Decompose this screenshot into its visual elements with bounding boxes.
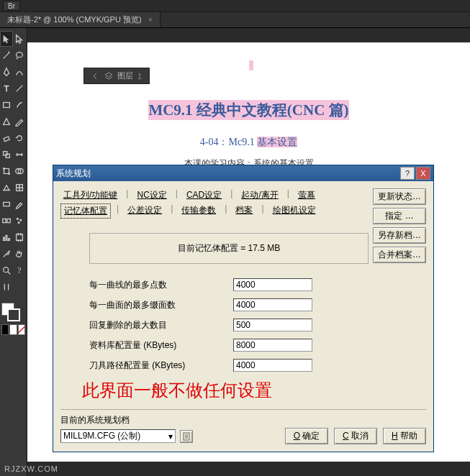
merge-file-button[interactable]: 合并档案… xyxy=(373,247,426,263)
svg-rect-11 xyxy=(4,202,10,206)
cfg-file-select[interactable]: MILL9M.CFG (公制) ▾ xyxy=(60,429,176,443)
field-max-surface-patches: 每一曲面的最多缀面数 xyxy=(89,298,397,311)
svg-rect-4 xyxy=(6,154,9,157)
help-tool-icon[interactable]: ? xyxy=(13,262,26,278)
close-icon[interactable]: × xyxy=(148,15,153,24)
dialog-side-buttons: 更新状态… 指定 … 另存新档… 合并档案… xyxy=(373,188,426,263)
canvas-area: 图层 1 MC9.1 经典中文教程(CNC 篇) 4-04：Mc9.1 基本设置… xyxy=(27,42,470,462)
document-tab-bar: 未标题-2* @ 100% (CMYK/GPU 预览) × xyxy=(0,12,470,28)
ok-button[interactable]: O O 确定确定 xyxy=(285,428,328,444)
free-transform-tool-icon[interactable] xyxy=(0,163,13,179)
svg-point-14 xyxy=(17,219,19,220)
blend-tool-icon[interactable] xyxy=(0,213,13,229)
svg-rect-12 xyxy=(3,219,6,222)
memory-label: 目前记忆体配置 = 17.5 MB xyxy=(178,243,280,253)
pink-marker xyxy=(249,60,253,70)
mesh-tool-icon[interactable] xyxy=(13,180,26,196)
workspace: ? 图层 1 MC9.1 经典中文教程(CNC 篇) xyxy=(0,28,470,476)
eyedropper-tool-icon[interactable] xyxy=(13,196,26,212)
svg-rect-2 xyxy=(4,137,9,142)
column-graph-tool-icon[interactable] xyxy=(0,229,13,245)
field-max-curve-points: 每一曲线的最多点数 xyxy=(89,278,397,291)
color-swatches xyxy=(0,301,27,337)
stroke-swatch[interactable] xyxy=(7,308,20,321)
update-status-button[interactable]: 更新状态… xyxy=(373,188,426,205)
dialog-close-button[interactable]: X xyxy=(416,167,430,180)
tools-panel: ? xyxy=(0,28,27,476)
slice-tool-icon[interactable] xyxy=(0,246,13,262)
document-tab[interactable]: 未标题-2* @ 100% (CMYK/GPU 预览) × xyxy=(0,12,161,27)
dialog-title-text: 系统规划 xyxy=(56,168,91,180)
tab-memory-config[interactable]: 记忆体配置 xyxy=(60,203,111,219)
pencil-tool-icon[interactable] xyxy=(13,114,26,129)
width-tool-icon[interactable] xyxy=(13,147,26,163)
max-curve-points-input[interactable] xyxy=(233,278,312,291)
max-surface-patches-input[interactable] xyxy=(233,298,312,311)
svg-rect-20 xyxy=(17,234,23,241)
tab-tolerance[interactable]: 公差设定 xyxy=(125,203,165,219)
tab-screen[interactable]: 萤幕 xyxy=(295,188,318,202)
field-max-undo: 回复删除的最大数目 xyxy=(89,319,397,331)
tab-nc-settings[interactable]: NC设定 xyxy=(134,188,169,202)
tab-transfer-params[interactable]: 传输参数 xyxy=(178,203,219,219)
line-tool-icon[interactable] xyxy=(13,81,26,96)
doc-title-1: MC9.1 经典中文教程(CNC 篇) xyxy=(148,100,348,120)
document-tab-title: 未标题-2* @ 100% (CMYK/GPU 预览) xyxy=(7,15,142,24)
eraser-tool-icon[interactable] xyxy=(0,130,13,146)
cancel-button[interactable]: C 取消 xyxy=(334,428,377,444)
rotate-tool-icon[interactable] xyxy=(13,130,26,146)
form-area: 每一曲线的最多点数 每一曲面的最多缀面数 回复删除的最大数目 资料库配 xyxy=(89,278,397,372)
save-as-button[interactable]: 另存新档… xyxy=(373,227,426,244)
direct-selection-tool-icon[interactable] xyxy=(13,31,26,47)
svg-rect-13 xyxy=(7,219,10,222)
dialog-tabs-row-2: 记忆体配置| 公差设定| 传输参数| 档案| 绘图机设定 xyxy=(60,203,426,219)
svg-point-21 xyxy=(4,267,9,273)
dialog-title-bar[interactable]: 系统规划 ? X xyxy=(53,165,433,181)
symbol-sprayer-tool-icon[interactable] xyxy=(13,213,26,229)
help-button[interactable]: H 帮助 xyxy=(383,428,426,444)
tab-plotter[interactable]: 绘图机设定 xyxy=(270,203,319,219)
gradient-tool-icon[interactable] xyxy=(0,196,13,212)
dialog-help-button[interactable]: ? xyxy=(400,167,415,180)
swatch-none[interactable] xyxy=(18,324,25,335)
shaper-tool-icon[interactable] xyxy=(0,114,13,129)
selection-tool-icon[interactable] xyxy=(0,31,13,47)
tab-files[interactable]: 档案 xyxy=(232,203,256,219)
toolpath-alloc-input[interactable] xyxy=(233,359,312,372)
tab-start-exit[interactable]: 起动/离开 xyxy=(238,188,281,202)
shape-builder-tool-icon[interactable] xyxy=(13,163,26,179)
brush-tool-icon[interactable] xyxy=(13,97,26,113)
hand-tool-icon[interactable] xyxy=(13,246,26,262)
field-label: 刀具路径配置量 (KBytes) xyxy=(89,360,233,372)
db-alloc-input[interactable] xyxy=(233,339,312,352)
chevron-down-icon: ▾ xyxy=(168,431,173,441)
magic-wand-tool-icon[interactable] xyxy=(0,47,13,63)
svg-rect-1 xyxy=(4,103,10,108)
toggle-icon[interactable] xyxy=(0,279,13,295)
field-label: 资料库配置量 (KBytes) xyxy=(89,339,233,352)
svg-point-16 xyxy=(18,222,19,224)
tab-cad-settings[interactable]: CAD设定 xyxy=(184,188,225,202)
zoom-tool-icon[interactable] xyxy=(0,262,13,278)
doc-title-2-highlight: 基本设置 xyxy=(257,137,297,147)
perspective-grid-tool-icon[interactable] xyxy=(0,180,13,196)
type-tool-icon[interactable] xyxy=(0,81,13,96)
pen-tool-icon[interactable] xyxy=(0,64,13,80)
assign-button[interactable]: 指定 … xyxy=(373,208,426,224)
properties-icon-button[interactable] xyxy=(180,430,193,443)
artboard-tool-icon[interactable] xyxy=(13,229,26,245)
scale-tool-icon[interactable] xyxy=(0,147,13,163)
cfg-file-label: 目前的系统规划档 xyxy=(60,414,426,426)
curvature-tool-icon[interactable] xyxy=(13,64,26,80)
dialog-tabs-row-1: 工具列/功能键| NC设定| CAD设定| 起动/离开| 萤幕 xyxy=(60,188,426,202)
tab-toolbar-keys[interactable]: 工具列/功能键 xyxy=(60,188,120,202)
svg-rect-17 xyxy=(4,237,5,240)
swatch-white[interactable] xyxy=(9,324,17,335)
svg-point-15 xyxy=(20,219,22,221)
swatch-black[interactable] xyxy=(1,324,9,335)
max-undo-input[interactable] xyxy=(233,319,312,331)
bridge-button[interactable]: Br xyxy=(3,1,20,11)
lasso-tool-icon[interactable] xyxy=(13,47,26,63)
svg-point-0 xyxy=(17,52,23,58)
rectangle-tool-icon[interactable] xyxy=(0,97,13,113)
